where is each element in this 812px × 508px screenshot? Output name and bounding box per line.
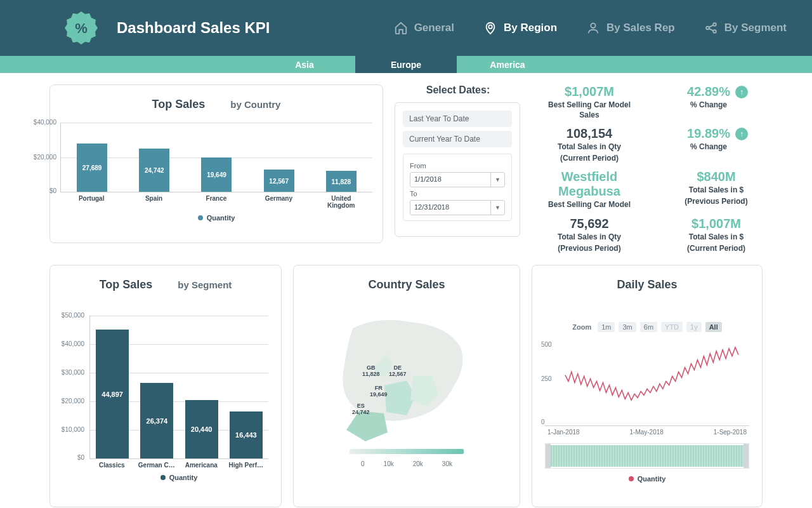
zoom-controls: Zoom 1m 3m 6m YTD 1y All	[532, 297, 762, 337]
map-label-gb: GB 11,828	[362, 365, 380, 378]
card-country-sales-map: Country Sales GB 11,828 DE 12,567 FR 19,…	[293, 265, 520, 507]
dates-panel: Select Dates: Last Year To Date Current …	[395, 84, 521, 253]
quick-last-year[interactable]: Last Year To Date	[403, 110, 512, 127]
share-icon	[704, 21, 718, 35]
nav-label: By Segment	[724, 22, 787, 34]
zoom-3m[interactable]: 3m	[619, 322, 636, 332]
kpi-best-model-sales: $1,007M	[539, 84, 639, 99]
kpi-best-model: Westfield Megabusa	[539, 170, 639, 199]
range-slider[interactable]	[545, 443, 749, 469]
tab-europe[interactable]: Europe	[355, 56, 457, 73]
nav-by-sales-rep[interactable]: By Sales Rep	[586, 21, 675, 35]
chevron-down-icon[interactable]: ▼	[490, 201, 504, 215]
content: Top Sales by Country $40,000 $20,000 $0 …	[0, 73, 812, 508]
bar-german[interactable]: 26,374	[140, 383, 173, 458]
kpi-pct-change-2: 19.89%	[687, 126, 730, 141]
card-subtitle: by Country	[230, 99, 280, 110]
nav-label: By Sales Rep	[606, 22, 675, 34]
bar-spain[interactable]: 24,742	[139, 149, 169, 192]
card-top-sales-country: Top Sales by Country $40,000 $20,000 $0 …	[49, 84, 383, 243]
nav-label: General	[414, 22, 454, 34]
map-scale-ticks: 010k20k30k	[294, 460, 520, 467]
map-label-de: DE 12,567	[389, 365, 407, 378]
topbar: % Dashboard Sales KPI General By Region …	[0, 0, 812, 56]
pin-icon	[483, 21, 497, 35]
bar-high-perf[interactable]: 16,443	[230, 411, 263, 458]
legend-quantity: Quantity	[60, 214, 372, 222]
tab-asia[interactable]: Asia	[254, 56, 355, 73]
map-label-es: ES 24,742	[352, 403, 370, 416]
kpi-qty-current: 108,154	[539, 126, 639, 141]
to-date-input[interactable]: 12/31/2018▼	[410, 200, 505, 215]
tab-america[interactable]: America	[457, 56, 558, 73]
range-handle-left[interactable]	[546, 444, 551, 468]
chart-segment: $50,000 $40,000 $30,000 $20,000 $10,000 …	[50, 297, 281, 485]
legend-quantity: Quantity	[89, 474, 268, 481]
bar-classics[interactable]: 44,897	[96, 330, 129, 458]
quick-current-year[interactable]: Current Year To Date	[403, 131, 512, 147]
svg-point-2	[591, 23, 595, 28]
bar-uk[interactable]: 11,828	[326, 171, 357, 192]
to-label: To	[410, 190, 505, 197]
legend-quantity: Quantity	[532, 475, 762, 483]
zoom-1m[interactable]: 1m	[598, 322, 615, 332]
daily-chart[interactable]: 500 250 0 1-Jan-20181-May-20181-Sep-2018	[532, 337, 762, 436]
europe-map[interactable]: GB 11,828 DE 12,567 FR 19,649 ES 24,742	[294, 297, 520, 449]
map-scale-bar	[350, 449, 464, 454]
bar-portugal[interactable]: 27,689	[77, 144, 107, 192]
page-title: Dashboard Sales KPI	[117, 19, 270, 37]
card-top-sales-segment: Top Salesby Segment $50,000 $40,000 $30,…	[49, 265, 282, 507]
top-nav: General By Region By Sales Rep By Segmen…	[394, 21, 787, 35]
dates-title: Select Dates:	[395, 84, 521, 96]
card-title: Top Sales	[152, 98, 206, 111]
zoom-ytd[interactable]: YTD	[661, 322, 683, 332]
kpi-qty-prev: 75,692	[539, 217, 639, 231]
arrow-up-icon: ↑	[735, 86, 748, 98]
range-handle-right[interactable]	[743, 444, 749, 468]
nav-general[interactable]: General	[394, 21, 454, 35]
svg-text:%: %	[75, 20, 88, 36]
zoom-all[interactable]: All	[705, 322, 722, 332]
map-label-fr: FR 19,649	[370, 385, 388, 398]
bar-france[interactable]: 19,649	[201, 157, 232, 192]
bar-germany[interactable]: 12,567	[264, 170, 294, 192]
nav-by-segment[interactable]: By Segment	[704, 21, 787, 35]
zoom-1y[interactable]: 1y	[686, 322, 702, 332]
kpi-dollars-curr: $1,007M	[666, 217, 766, 231]
chevron-down-icon[interactable]: ▼	[490, 173, 504, 187]
region-tabs: Asia Europe America	[0, 56, 812, 73]
arrow-up-icon: ↑	[735, 128, 748, 140]
kpi-grid: $1,007MBest Selling Car Model Sales 42.8…	[539, 84, 773, 253]
from-date-input[interactable]: 1/1/2018▼	[410, 172, 505, 187]
nav-by-region[interactable]: By Region	[483, 21, 557, 35]
user-icon	[586, 21, 600, 35]
nav-label: By Region	[504, 22, 557, 34]
logo-badge: %	[63, 10, 99, 46]
card-daily-sales: Daily Sales Zoom 1m 3m 6m YTD 1y All 500…	[532, 265, 763, 507]
kpi-pct-change-1: 42.89%	[687, 84, 730, 99]
svg-point-1	[488, 25, 492, 29]
kpi-dollars-prev: $840M	[666, 170, 766, 184]
chart-top-country: $40,000 $20,000 $0 27,689 24,742 19,649 …	[50, 116, 383, 225]
from-label: From	[410, 162, 505, 170]
zoom-6m[interactable]: 6m	[640, 322, 657, 332]
home-icon	[394, 21, 408, 35]
bar-americana[interactable]: 20,440	[185, 400, 218, 458]
